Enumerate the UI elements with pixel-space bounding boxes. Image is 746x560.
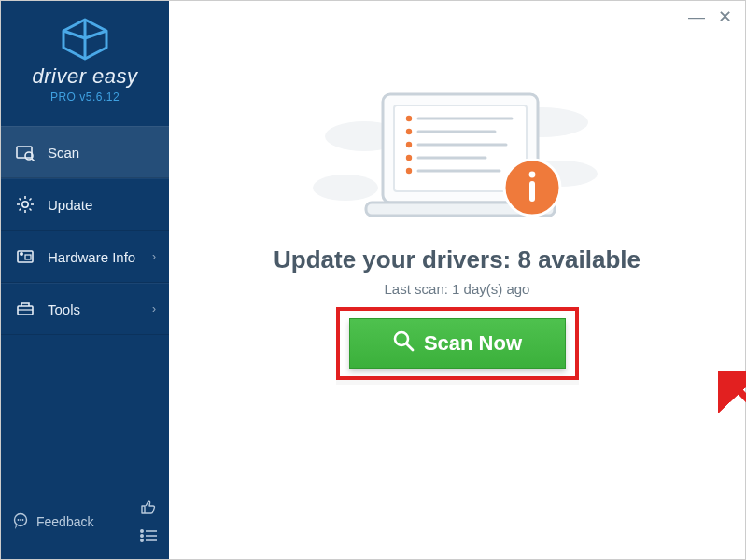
chevron-right-icon: ›	[152, 250, 156, 263]
close-button[interactable]: ✕	[718, 8, 732, 25]
svg-point-42	[405, 168, 411, 174]
scan-now-label: Scan Now	[424, 331, 522, 356]
sidebar-item-label: Hardware Info	[48, 249, 135, 265]
scan-now-button[interactable]: Scan Now	[349, 318, 566, 369]
list-icon[interactable]	[139, 528, 158, 546]
svg-point-4	[22, 202, 28, 207]
sidebar-item-update[interactable]: Update	[1, 178, 169, 231]
sidebar-item-label: Update	[48, 197, 92, 213]
search-icon	[392, 329, 415, 357]
svg-line-50	[406, 343, 413, 350]
svg-point-24	[141, 535, 143, 537]
svg-point-14	[20, 252, 23, 256]
brand-name: driver easy	[1, 64, 169, 89]
tools-icon	[14, 300, 36, 318]
svg-line-3	[32, 159, 35, 161]
minimize-button[interactable]: —	[688, 8, 705, 25]
svg-point-20	[20, 519, 21, 521]
sidebar: driver easy PRO v5.6.12 Scan	[1, 1, 169, 559]
headline: Update your drivers: 8 available	[169, 245, 745, 274]
annotation-highlight: Scan Now	[336, 307, 579, 380]
svg-line-11	[30, 199, 32, 201]
sidebar-item-scan[interactable]: Scan	[1, 126, 169, 178]
svg-point-34	[405, 116, 411, 121]
sidebar-item-label: Tools	[48, 301, 80, 317]
svg-point-47	[528, 172, 535, 178]
version-label: PRO v5.6.12	[1, 91, 169, 104]
sidebar-bottom: Feedback	[1, 488, 169, 559]
svg-point-36	[405, 129, 411, 134]
feedback-label: Feedback	[36, 514, 93, 529]
svg-point-40	[405, 155, 411, 161]
logo-icon	[1, 18, 169, 61]
scan-icon	[14, 143, 36, 161]
svg-point-38	[405, 142, 411, 147]
svg-point-21	[22, 519, 24, 521]
svg-point-26	[141, 539, 143, 541]
svg-line-12	[20, 209, 21, 211]
svg-rect-48	[529, 181, 535, 202]
chevron-right-icon: ›	[152, 302, 156, 315]
sidebar-item-label: Scan	[48, 145, 79, 161]
gear-icon	[14, 195, 36, 214]
svg-point-22	[141, 530, 143, 532]
svg-point-19	[18, 519, 20, 521]
svg-point-30	[313, 175, 378, 201]
last-scan-label: Last scan: 1 day(s) ago	[169, 281, 745, 297]
info-badge-icon	[504, 160, 560, 216]
main-pane: — ✕	[169, 1, 745, 559]
hardware-info-icon	[14, 247, 36, 266]
sidebar-item-hardware-info[interactable]: Hardware Info ›	[1, 231, 169, 283]
svg-rect-15	[25, 255, 31, 259]
laptop-illustration	[308, 85, 607, 247]
thumbs-up-icon[interactable]	[139, 497, 158, 519]
annotation-arrow	[718, 371, 746, 468]
titlebar: — ✕	[675, 1, 745, 33]
svg-line-9	[20, 199, 21, 201]
feedback-button[interactable]: Feedback	[12, 512, 93, 532]
sidebar-item-tools[interactable]: Tools ›	[1, 283, 169, 335]
speech-bubble-icon	[12, 512, 29, 532]
svg-line-10	[30, 209, 32, 211]
logo-area: driver easy PRO v5.6.12	[1, 1, 169, 113]
nav: Scan	[1, 126, 169, 335]
